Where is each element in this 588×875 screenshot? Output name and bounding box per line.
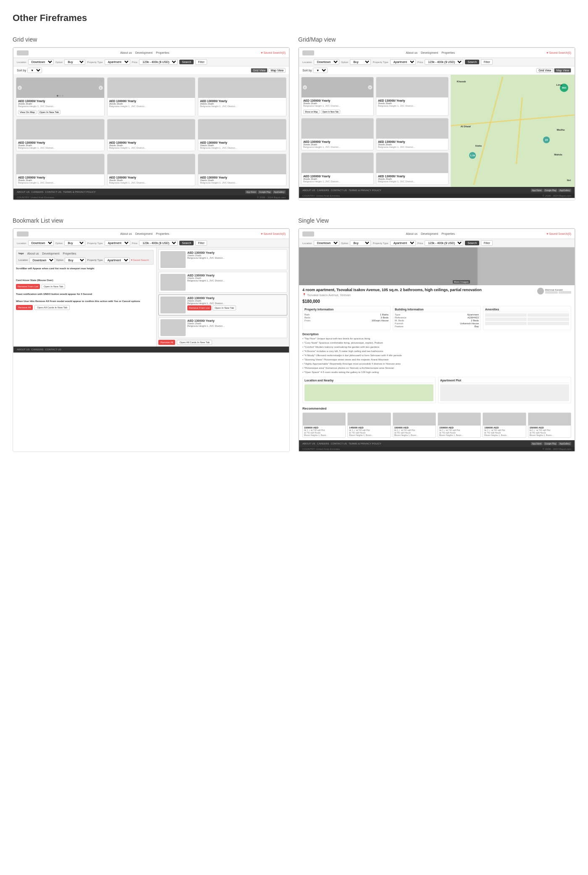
inner-option-select[interactable]: Buy xyxy=(65,258,86,263)
remove-all-btn[interactable]: Remove All xyxy=(158,340,175,345)
dot-3[interactable] xyxy=(62,95,63,97)
saved-search[interactable]: ♥Saved Search(0) xyxy=(261,232,286,235)
footer-terms[interactable]: TERMS & PRIVACY POLICY xyxy=(63,191,96,193)
option-select[interactable]: Buy xyxy=(64,59,85,65)
footer-contact[interactable]: CONTACT US xyxy=(45,348,61,351)
dot-2[interactable] xyxy=(59,95,61,97)
favorite-icon[interactable]: ♡ xyxy=(100,79,103,83)
apple-store-badge[interactable]: App Store xyxy=(531,442,543,445)
map-marker-23[interactable]: 23 xyxy=(543,137,550,143)
prev-arrow[interactable]: ‹ xyxy=(303,85,307,89)
footer-careers[interactable]: CAREERS xyxy=(317,442,329,445)
map-view-btn[interactable]: Map View xyxy=(554,68,571,73)
footer-contact[interactable]: CONTACT US xyxy=(331,189,347,192)
remove-from-list-btn[interactable]: Remove From List xyxy=(187,305,211,310)
app-gallery-badge[interactable]: AppGallery xyxy=(558,189,571,192)
nav-development[interactable]: Development xyxy=(135,232,152,235)
footer-terms[interactable]: TERMS & PRIVACY POLICY xyxy=(349,442,381,445)
footer-careers[interactable]: CAREERS xyxy=(317,189,329,192)
dot-1[interactable] xyxy=(57,95,58,97)
property-type-select[interactable]: Apartment xyxy=(105,59,130,65)
search-button[interactable]: Search xyxy=(465,241,479,245)
filter-button[interactable]: Filter xyxy=(481,59,493,65)
saved-search[interactable]: ♥Saved Search(0) xyxy=(546,232,571,235)
location-select[interactable]: Downtown xyxy=(314,59,339,65)
open-new-tab-btn[interactable]: Open In New Tab xyxy=(42,284,65,289)
view-on-map-btn[interactable]: View On Map xyxy=(18,110,37,114)
nav-properties[interactable]: Properties xyxy=(156,232,169,235)
prev-arrow[interactable]: ‹ xyxy=(18,86,22,90)
open-all-cards-btn[interactable]: Open All Cards In New Tab xyxy=(34,305,70,310)
nav-about[interactable]: About us xyxy=(406,51,417,54)
saved-search[interactable]: ♥Saved Search(0) xyxy=(546,51,571,54)
agent-btn-2[interactable] xyxy=(559,291,571,294)
footer-careers[interactable]: CAREERS xyxy=(32,348,44,351)
apple-store-badge[interactable]: App Store xyxy=(531,189,543,192)
search-button[interactable]: Search xyxy=(179,60,194,64)
nav-properties[interactable]: Properties xyxy=(441,232,455,235)
property-type-select[interactable]: Apartment xyxy=(390,240,416,246)
inner-location-select[interactable]: Downtown xyxy=(29,258,55,263)
open-new-tab-btn[interactable]: Open In New Tab xyxy=(38,110,60,114)
remove-from-list-btn[interactable]: Remove From List xyxy=(16,284,40,289)
footer-contact[interactable]: CONTACT US xyxy=(45,191,61,193)
inner-nav-about[interactable]: About us xyxy=(27,252,39,256)
apple-store-badge[interactable]: App Store xyxy=(245,190,257,194)
nav-about[interactable]: About us xyxy=(120,51,132,54)
location-select[interactable]: Downtown xyxy=(314,240,339,246)
nav-development[interactable]: Development xyxy=(421,232,438,235)
location-select[interactable]: Downtown xyxy=(28,59,54,65)
price-select[interactable]: 123k - 400k ($ USD) xyxy=(139,59,178,65)
footer-contact[interactable]: CONTACT US xyxy=(331,442,347,445)
inner-type-select[interactable]: Apartment xyxy=(104,258,130,263)
option-select[interactable]: Buy xyxy=(64,240,85,246)
google-play-badge[interactable]: Google Play xyxy=(543,442,557,445)
grid-view-btn[interactable]: Grid View xyxy=(251,68,268,73)
footer-careers[interactable]: CAREERS xyxy=(32,191,44,193)
nav-properties[interactable]: Properties xyxy=(441,51,455,54)
show-on-map-btn[interactable]: Show on Map xyxy=(303,110,320,114)
footer-about[interactable]: ABOUT US xyxy=(17,348,30,351)
filter-button[interactable]: Filter xyxy=(195,59,207,65)
property-type-select[interactable]: Apartment xyxy=(105,240,130,246)
filter-button[interactable]: Filter xyxy=(481,240,493,246)
open-new-tab-btn[interactable]: Open In New Tab xyxy=(321,110,341,114)
app-gallery-badge[interactable]: AppGallery xyxy=(558,442,571,445)
location-map[interactable] xyxy=(304,384,433,401)
footer-about[interactable]: ABOUT US xyxy=(302,189,315,192)
open-all-cards-btn[interactable]: Open All Cards In New Tab xyxy=(177,340,212,345)
property-type-select[interactable]: Apartment xyxy=(390,59,416,65)
footer-terms[interactable]: TERMS & PRIVACY POLICY xyxy=(349,189,381,192)
price-select[interactable]: 123k - 400k ($ USD) xyxy=(425,59,463,65)
search-button[interactable]: Search xyxy=(465,60,479,64)
nav-development[interactable]: Development xyxy=(421,51,438,54)
inner-nav-prop[interactable]: Properties xyxy=(63,252,76,256)
price-select[interactable]: 123k - 400k ($ USD) xyxy=(425,240,463,246)
nav-properties[interactable]: Properties xyxy=(156,51,169,54)
footer-about[interactable]: ABOUT US xyxy=(302,442,315,445)
agent-btn-1[interactable] xyxy=(545,291,558,294)
inner-nav-dev[interactable]: Development xyxy=(42,252,59,256)
next-arrow[interactable]: › xyxy=(99,86,103,90)
map-marker-1k[interactable]: 1.1k xyxy=(469,152,476,159)
nav-development[interactable]: Development xyxy=(135,51,152,54)
open-new-tab-btn[interactable]: Open In New Tab xyxy=(213,305,236,310)
favorite-icon[interactable]: ♡ xyxy=(369,79,372,82)
map-panel[interactable]: 893 23 1.1k Khasab Lima Al Dhaid Madha xyxy=(451,75,575,187)
price-select[interactable]: 123k - 400k ($ USD) xyxy=(139,240,178,246)
nav-about[interactable]: About us xyxy=(406,232,417,235)
sort-select[interactable]: ▼ xyxy=(313,68,328,73)
more-images-btn[interactable]: More Images xyxy=(453,280,470,284)
option-select[interactable]: Buy xyxy=(350,240,371,246)
location-select[interactable]: Downtown xyxy=(28,240,54,246)
footer-about[interactable]: ABOUT US xyxy=(17,191,30,193)
grid-view-btn[interactable]: Grid View xyxy=(536,68,553,73)
search-button[interactable]: Search xyxy=(179,241,194,245)
google-play-badge[interactable]: Google Play xyxy=(543,189,557,192)
remove-all-btn[interactable]: Remove All xyxy=(16,305,33,310)
next-arrow[interactable]: › xyxy=(368,85,372,89)
filter-button[interactable]: Filter xyxy=(195,240,207,246)
option-select[interactable]: Buy xyxy=(350,59,371,65)
sort-select[interactable]: ▼ xyxy=(27,68,42,73)
google-play-badge[interactable]: Google Play xyxy=(258,190,272,194)
